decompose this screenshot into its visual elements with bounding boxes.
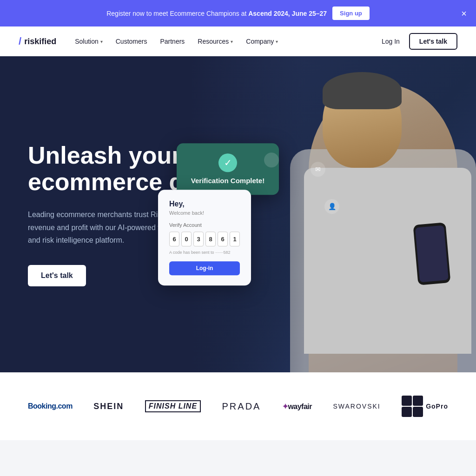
banner-close-button[interactable]: × [461,9,467,18]
chevron-down-icon: ▾ [100,39,103,44]
floating-ui: ✓ Verification Complete! Hey, Welcome ba… [195,171,288,267]
chevron-down-icon: ▾ [231,39,233,44]
code-digit-6: 1 [230,231,240,246]
brand-swarovski: SWAROVSKI [333,403,380,410]
code-digit-2: 0 [181,231,192,246]
login-card: Hey, Welcome back! Verify Account 6 0 3 … [158,190,251,285]
hero-cta-button[interactable]: Let's talk [28,265,86,286]
nav-resources[interactable]: Resources ▾ [198,38,233,45]
person-phone [413,222,450,285]
hero-section: Unleash your ecommerce growth Leading ec… [0,56,476,372]
code-digit-5: 6 [218,231,228,246]
nav-partners[interactable]: Partners [160,38,185,45]
login-subgreeting: Welcome back! [169,210,240,216]
code-boxes: 6 0 3 8 6 1 [169,231,240,246]
below-brands-section [0,440,476,476]
network-node-user: 👤 [324,199,339,214]
banner-signup-button[interactable]: Sign up [332,7,370,20]
login-button[interactable]: Log In [382,38,400,45]
brand-shein: SHEIN [93,402,124,411]
network-node-email: ✉ [311,162,325,177]
logo-text: riskified [24,37,56,46]
code-sent-text: A code has been sent to ·······582 [169,250,240,255]
announcement-banner: Register now to meet Ecommerce Champions… [0,0,476,26]
brand-wayfair: ✦wayfair [282,402,312,411]
nav-company[interactable]: Company ▾ [246,38,278,45]
main-navigation: / riskified Solution ▾ Customers Partner… [0,26,476,56]
nav-solution[interactable]: Solution ▾ [75,38,103,45]
logo[interactable]: / riskified [19,35,56,47]
brands-section: Booking.com SHEIN FINISH LINE PRADA ✦way… [0,372,476,440]
verify-label: Verify Account [169,222,240,228]
code-digit-4: 8 [205,231,216,246]
brand-gopro: GoPro [402,396,448,417]
chevron-down-icon: ▾ [276,39,278,44]
code-digit-1: 6 [169,231,179,246]
logo-icon: / [19,35,21,47]
person-hair [323,72,402,109]
verification-card: ✓ Verification Complete! [177,143,279,195]
nav-customers[interactable]: Customers [116,38,147,45]
nav-links: Solution ▾ Customers Partners Resources … [75,38,367,45]
brand-booking: Booking.com [28,402,73,410]
code-digit-3: 3 [193,231,204,246]
login-greeting: Hey, [169,200,240,208]
network-node-circle [264,152,279,167]
verification-title: Verification Complete! [190,177,266,185]
check-icon: ✓ [218,153,237,172]
nav-cta-button[interactable]: Let's talk [409,33,457,50]
brand-prada: PRADA [222,401,261,412]
brand-finish-line: FINISH LINE [145,400,201,412]
banner-text: Register now to meet Ecommerce Champions… [106,10,327,17]
nav-right: Log In Let's talk [382,33,457,50]
login-card-button[interactable]: Log-in [169,261,240,275]
